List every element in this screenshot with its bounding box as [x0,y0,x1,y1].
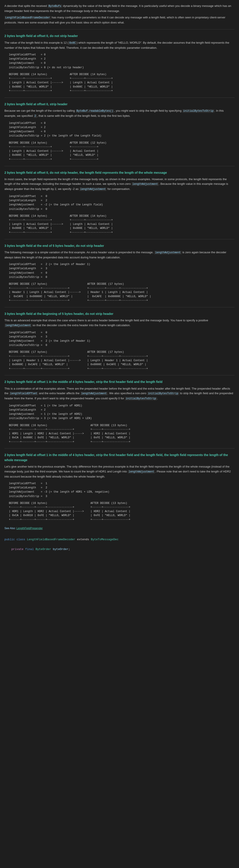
s7-before-table: +------+--------+------+----------------… [9,505,84,522]
intro-text-1: A decoder that splits the received [4,4,47,7]
s3-after-table: +--------+----------------+ | Length | A… [70,218,113,235]
s4-param1: lengthAdjustment [154,251,181,254]
bc-field: byteOrder [53,548,68,551]
section-4-desc: The following message is a simple variat… [4,250,235,260]
s2-before-table: +--------+----------------+ | Length | A… [9,145,63,161]
bc-extends: extends [77,538,89,541]
s4-before-label: BEFORE DECODE (17 bytes) [9,282,81,286]
section-5-tables: BEFORE DECODE (17 bytes) +--------+-----… [9,350,235,371]
s4-after-table: +----------+--------+----------------+ |… [87,286,151,303]
s3-before-label: BEFORE DECODE (14 bytes) [9,214,63,218]
bc-modifier: final [25,548,34,551]
s7-before-label: BEFORE DECODE (16 bytes) [9,501,84,505]
bc-kw1: public [4,538,15,541]
bc-classname: LengthFieldBasedFrameDecoder [27,538,75,541]
bc-semi: ; [68,548,70,551]
section-4-title: 3 bytes length field at the end of 5 byt… [4,243,235,248]
seealso-label: See Also: [4,527,16,530]
section-5-before: BEFORE DECODE (17 bytes) +--------+-----… [9,350,81,371]
section-5: 3 bytes length field at the beginning of… [4,311,235,371]
seealso-section: See Also: LengthFieldPrepender [4,526,235,530]
section-4-after: AFTER DECODE (17 bytes) +----------+----… [87,282,151,303]
section-6-before: BEFORE DECODE (16 bytes) +------+-------… [9,424,84,444]
intro-paragraph-2: LengthFieldBasedFrameDecoder has many co… [4,15,235,25]
s2-param1: initialBytesToStrip [182,109,214,113]
section-4-tables: BEFORE DECODE (17 bytes) +----------+---… [9,282,235,303]
section-7-before: BEFORE DECODE (16 bytes) +------+-------… [9,501,84,522]
s3-param2: lengthAdjustment [79,187,107,191]
section-6-code: lengthFieldOffset = 1 (= the length of H… [9,403,235,422]
divider-4 [4,307,235,307]
section-6-desc: This is a combination of all the example… [4,386,235,401]
s5-before-table: +--------+----------+----------------+ |… [9,354,81,371]
bc-type: ByteOrder [35,548,51,551]
s6-after-table: +------+----------------+ | HDR2 | Actua… [90,428,130,444]
section-4: 3 bytes length field at the end of 5 byt… [4,243,235,303]
section-1-code: lengthFieldOffset = 0 lengthFieldLength … [9,52,235,71]
section-6-after: AFTER DECODE (13 bytes) +------+--------… [90,424,130,444]
section-6-tables: BEFORE DECODE (16 bytes) +------+-------… [9,424,235,444]
s4-after-label: AFTER DECODE (17 bytes) [87,282,151,286]
section-1-desc: The value of the length field in this ex… [4,40,235,50]
section-7-title: 2 bytes length field at offset 1 in the … [4,453,235,463]
section-6-title: 2 bytes length field at offset 1 in the … [4,379,235,384]
s2-after-table: +----------------+ | Actual Content | | … [70,145,107,161]
s6-param2: lengthAdjustment [80,392,108,395]
section-3-tables: BEFORE DECODE (14 bytes) +--------+-----… [9,214,235,235]
s7-param1: lengthAdjustment [128,470,155,473]
section-2: 2 bytes length field at offset 0, strip … [4,102,235,161]
s1-before-table: +--------+----------------+ | Length | A… [9,76,63,93]
s2-after-label: AFTER DECODE (12 bytes) [70,141,107,145]
s3-param1: lengthAdjustment [132,182,159,186]
section-7-tables: BEFORE DECODE (16 bytes) +------+-------… [9,501,235,522]
section-7-after: AFTER DECODE (13 bytes) +------+--------… [90,501,130,522]
section-7-code: lengthFieldOffset = 1 lengthFieldLength … [9,480,235,499]
divider-5 [4,375,235,375]
intro-paragraph-1: A decoder that splits the received ByteB… [4,4,235,13]
section-3-before: BEFORE DECODE (14 bytes) +--------+-----… [9,214,63,235]
section-3-code: lengthFieldOffset = 0 lengthFieldLength … [9,193,235,212]
s1-hex1: 0x0C [68,41,77,45]
s2-val1: 2 [34,114,37,118]
bottom-code-section: public class LengthFieldBasedFrameDecode… [4,535,235,554]
section-1-before: BEFORE DECODE (14 bytes) +--------+-----… [9,72,63,93]
section-2-desc: Because we can get the length of the con… [4,108,235,119]
section-2-tables: BEFORE DECODE (14 bytes) +--------+-----… [9,141,235,161]
s6-before-label: BEFORE DECODE (16 bytes) [9,424,84,428]
section-3: 2 bytes length field at offset 0, do not… [4,170,235,235]
section-3-title: 2 bytes length field at offset 0, do not… [4,170,235,175]
s7-after-label: AFTER DECODE (13 bytes) [90,501,130,505]
section-5-code: lengthFieldOffset = 0 lengthFieldLength … [9,330,235,348]
section-2-after: AFTER DECODE (12 bytes) +---------------… [70,141,107,161]
bc-base: ByteToMessageDec [91,538,118,541]
section-1-title: 2 bytes length field at offset 0, do not… [4,33,235,38]
section-7: 2 bytes length field at offset 1 in the … [4,453,235,522]
decoder-class-code: LengthFieldBasedFrameDecoder [4,16,51,20]
bc-access: private [11,548,24,551]
s6-param3: initialBytesToStrip [147,392,179,395]
section-7-desc: Let's give another twist to the previous… [4,464,235,479]
section-5-desc: This is an advanced example that shows t… [4,318,235,328]
s5-param1: lengthAdjustment [4,324,32,327]
seealso-link[interactable]: LengthFieldPrepender [16,527,43,530]
s5-after-table: +--------+----------+----------------+ |… [87,354,148,371]
section-2-code: lengthFieldOffset = 0 lengthFieldLength … [9,120,235,139]
section-4-code: lengthFieldOffset = 2 (= the length of H… [9,261,235,280]
s2-method1: ByteBuf.readableBytes() [76,109,114,113]
s1-before-label: BEFORE DECODE (14 bytes) [9,72,63,77]
section-4-before: BEFORE DECODE (17 bytes) +----------+---… [9,282,81,303]
divider-1 [4,97,235,98]
s5-after-label: AFTER DECODE (17 bytes) [87,350,148,354]
s6-param1: lengthFieldOffset [9,392,38,395]
s1-after-table: +--------+----------------+ | Length | A… [70,76,113,93]
section-5-title: 3 bytes length field at the beginning of… [4,311,235,316]
section-1-after: AFTER DECODE (14 bytes) +--------+------… [70,72,113,93]
section-1: 2 bytes length field at offset 0, do not… [4,33,235,93]
divider-6 [4,448,235,448]
s6-after-label: AFTER DECODE (13 bytes) [90,424,130,428]
s6-before-table: +------+--------+------+----------------… [9,428,84,444]
s7-after-table: +------+----------------+ | HDR2 | Actua… [90,505,130,522]
s3-after-label: AFTER DECODE (14 bytes) [70,214,113,218]
section-6: 2 bytes length field at offset 1 in the … [4,379,235,444]
intro-section: A decoder that splits the received ByteB… [4,4,235,25]
